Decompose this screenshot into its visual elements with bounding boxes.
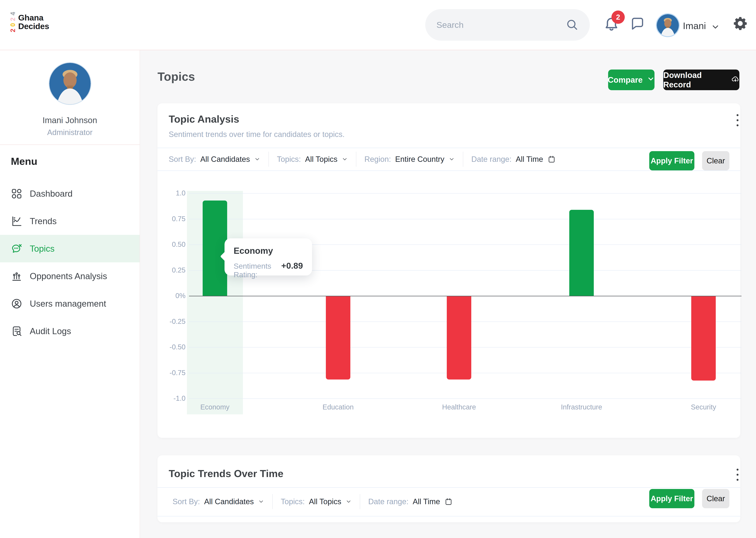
- x-axis-label: Economy: [171, 403, 259, 411]
- y-axis-tick: 0%: [158, 292, 185, 300]
- settings-gear-icon[interactable]: [732, 16, 748, 31]
- chevron-down-icon[interactable]: [258, 499, 264, 505]
- filter-value[interactable]: All Time: [413, 497, 440, 506]
- chevron-down-icon: [647, 75, 655, 85]
- opponents-icon: [11, 270, 23, 282]
- app-logo[interactable]: 4202 Ghana Decides: [11, 11, 49, 33]
- user-name[interactable]: Imani: [683, 20, 706, 31]
- filter-separator: [272, 494, 273, 509]
- filter-label: Topics:: [281, 497, 305, 506]
- sidebar-item-audit-logs[interactable]: Audit Logs: [0, 317, 140, 345]
- y-axis-tick: 0.75: [158, 215, 185, 223]
- tooltip-title: Economy: [234, 246, 303, 256]
- chat-icon[interactable]: [630, 17, 645, 31]
- chart-tooltip: Economy Sentiments Rating: +0.89: [224, 238, 312, 276]
- search-input[interactable]: [437, 20, 565, 30]
- gridline: [189, 399, 741, 399]
- sidebar-item-topics[interactable]: Topics: [0, 235, 140, 262]
- user-menu-chevron-down-icon[interactable]: [711, 23, 720, 31]
- topic-trends-card: Topic Trends Over Time Sort By:All Candi…: [158, 455, 740, 522]
- gridline: [189, 193, 741, 193]
- audit-icon: [11, 325, 23, 337]
- bar-security[interactable]: [691, 296, 716, 381]
- logo-line2: Decides: [18, 22, 49, 31]
- users-icon: [11, 298, 23, 309]
- sidebar-item-dashboard[interactable]: Dashboard: [0, 180, 140, 207]
- user-avatar[interactable]: [656, 13, 680, 37]
- dashboard-icon: [11, 188, 23, 199]
- search-icon[interactable]: [565, 18, 579, 32]
- app-header: 4202 Ghana Decides 2 Imani: [0, 0, 756, 50]
- x-axis-label: Education: [294, 403, 382, 411]
- x-axis-label: Healthcare: [415, 403, 503, 411]
- download-record-button[interactable]: Download Record: [663, 70, 739, 90]
- bar-economy[interactable]: [203, 200, 227, 296]
- y-axis-tick: -0.50: [158, 343, 185, 351]
- calendar-icon[interactable]: [444, 497, 453, 506]
- x-axis-label: Infrastructure: [538, 403, 625, 411]
- apply-filter-button[interactable]: Apply Filter: [649, 489, 694, 508]
- y-axis-tick: -0.75: [158, 369, 185, 377]
- sidebar-item-users-management[interactable]: Users management: [0, 290, 140, 317]
- trends-icon: [11, 215, 23, 227]
- y-axis-tick: 0.25: [158, 266, 185, 274]
- filter-value[interactable]: All Topics: [309, 497, 341, 506]
- profile-role: Administrator: [0, 128, 140, 137]
- filter-date-range: Date range:All Time: [368, 497, 452, 506]
- filter-label: Date range:: [368, 497, 408, 506]
- logo-line1: Ghana: [18, 14, 49, 22]
- notifications-badge: 2: [611, 11, 625, 24]
- compare-button[interactable]: Compare: [608, 70, 654, 90]
- filter-separator: [360, 494, 360, 509]
- bar-healthcare[interactable]: [447, 296, 471, 380]
- tooltip-value: +0.89: [281, 261, 303, 271]
- filter-sort-by: Sort By:All Candidates: [172, 497, 264, 506]
- profile-divider: [0, 144, 140, 145]
- filter-label: Sort By:: [172, 497, 200, 506]
- sidebar-menu: DashboardTrendsTopicsOpponents AnalysisU…: [0, 180, 140, 345]
- y-axis-tick: 0.50: [158, 241, 185, 248]
- gridline: [189, 219, 741, 219]
- x-axis-label: Security: [660, 403, 747, 411]
- filter-value[interactable]: All Candidates: [204, 497, 254, 506]
- topic-trends-filter-row: Sort By:All CandidatesTopics:All TopicsD…: [158, 487, 630, 516]
- topic-analysis-card: Topic Analysis Sentiment trends over tim…: [158, 103, 740, 438]
- sidebar: Imani Johnson Administrator Menu Dashboa…: [0, 50, 140, 538]
- topic-trends-title: Topic Trends Over Time: [169, 467, 283, 479]
- page-title: Topics: [158, 70, 195, 83]
- sidebar-item-trends[interactable]: Trends: [0, 207, 140, 235]
- topics-icon: [11, 243, 23, 254]
- sidebar-item-opponents-analysis[interactable]: Opponents Analysis: [0, 262, 140, 290]
- zero-axis-line: [189, 296, 741, 296]
- card-menu-kebab-icon[interactable]: [732, 469, 743, 481]
- chevron-down-icon[interactable]: [346, 499, 352, 505]
- bar-education[interactable]: [326, 296, 350, 380]
- cloud-download-icon: [731, 75, 739, 85]
- search-bar[interactable]: [425, 9, 590, 41]
- y-axis-tick: -0.25: [158, 317, 185, 325]
- y-axis-tick: 1.0: [158, 189, 185, 197]
- sentiment-bar-chart: Economy Sentiments Rating: +0.89 1.00.75…: [158, 103, 740, 438]
- filter-topics: Topics:All Topics: [281, 497, 352, 506]
- profile-avatar: [49, 62, 91, 105]
- bar-infrastructure[interactable]: [569, 210, 594, 296]
- y-axis-tick: -1.0: [158, 395, 185, 402]
- clear-filter-button[interactable]: Clear: [702, 489, 730, 508]
- profile-name: Imani Johnson: [0, 115, 140, 125]
- logo-name: Ghana Decides: [18, 14, 49, 31]
- menu-title: Menu: [11, 155, 37, 167]
- logo-year: 4202: [11, 11, 15, 33]
- tooltip-label: Sentiments Rating:: [234, 262, 275, 279]
